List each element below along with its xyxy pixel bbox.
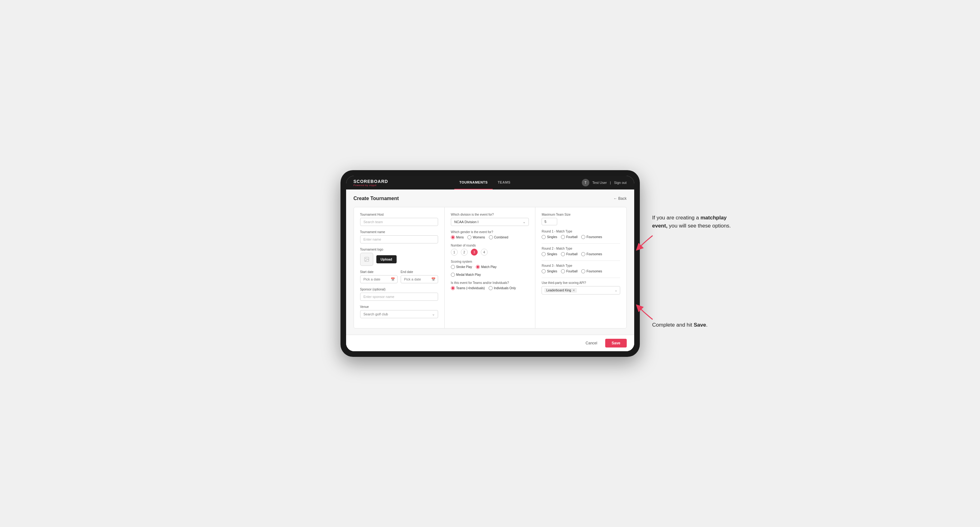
round3-radio-group: Singles Fourball Foursomes xyxy=(542,269,620,273)
end-date-group: End date xyxy=(401,270,438,283)
api-select-wrap[interactable]: Leaderboard King ✕ ⌄ xyxy=(542,286,620,295)
form-col-2: Which division is the event for? NCAA Di… xyxy=(445,207,535,328)
tournament-host-label: Tournament Host xyxy=(360,213,438,216)
divider-2 xyxy=(542,260,620,261)
round2-radio-group: Singles Fourball Foursomes xyxy=(542,252,620,256)
annotation-matchplay: If you are creating a matchplay event, y… xyxy=(652,214,733,230)
division-group: Which division is the event for? NCAA Di… xyxy=(451,213,529,226)
tablet-frame: SCOREBOARD Powered by clippit TOURNAMENT… xyxy=(340,170,640,357)
tournament-logo-group: Tournament logo xyxy=(360,248,438,266)
brand-powered: Powered by clippit xyxy=(353,184,388,187)
r3-fourball[interactable]: Fourball xyxy=(561,269,578,273)
tournament-name-label: Tournament name xyxy=(360,230,438,234)
sponsor-group: Sponsor (optional) xyxy=(360,288,438,301)
r3-foursomes[interactable]: Foursomes xyxy=(581,269,602,273)
annotation-save: Complete and hit Save. xyxy=(652,321,733,329)
venue-label: Venue xyxy=(360,305,438,308)
cancel-button[interactable]: Cancel xyxy=(581,339,602,348)
gender-radio-group: Mens Womens Combined xyxy=(451,235,529,239)
scoring-stroke[interactable]: Stroke Play xyxy=(451,265,472,269)
r1-foursomes[interactable]: Foursomes xyxy=(581,235,602,239)
teams-individuals-label: Is this event for Teams and/or Individua… xyxy=(451,281,529,284)
brand-name: SCOREBOARD xyxy=(353,179,388,184)
round3-label: Round 3 - Match Type xyxy=(542,264,620,267)
rounds-selector: 1 2 3 4 xyxy=(451,249,529,256)
tournament-name-input[interactable] xyxy=(360,235,438,243)
divider-3 xyxy=(542,278,620,278)
divider-1 xyxy=(542,243,620,244)
teams-individuals-group: Is this event for Teams and/or Individua… xyxy=(451,281,529,290)
user-area: T Test User | Sign out xyxy=(582,179,627,186)
round3-match-type-section: Round 3 - Match Type Singles Fourball xyxy=(542,264,620,273)
teams-radio-group: Teams (+Individuals) Individuals Only xyxy=(451,286,529,290)
round1-match-type-section: Round 1 - Match Type Singles Fourball xyxy=(542,230,620,239)
venue-input[interactable] xyxy=(360,310,438,318)
form-col-3: Maximum Team Size Round 1 - Match Type S… xyxy=(535,207,626,328)
start-date-group: Start date xyxy=(360,270,398,283)
max-team-size-label: Maximum Team Size xyxy=(542,213,620,216)
api-tag: Leaderboard King ✕ xyxy=(544,288,577,293)
avatar: T xyxy=(582,179,589,186)
svg-point-1 xyxy=(366,258,366,259)
r2-foursomes[interactable]: Foursomes xyxy=(581,252,602,256)
nav-teams[interactable]: TEAMS xyxy=(493,176,515,189)
sponsor-input[interactable] xyxy=(360,293,438,301)
api-tag-remove[interactable]: ✕ xyxy=(573,289,575,292)
max-team-size-input[interactable] xyxy=(542,218,557,225)
scoring-group: Scoring system Stroke Play Match Play xyxy=(451,260,529,277)
start-date-wrap xyxy=(360,275,398,283)
venue-group: Venue xyxy=(360,305,438,318)
form-col-1: Tournament Host Tournament name Tourname… xyxy=(354,207,445,328)
gender-mens[interactable]: Mens xyxy=(451,235,464,239)
gender-label: Which gender is the event for? xyxy=(451,230,529,234)
round2-match-type-section: Round 2 - Match Type Singles Fourball xyxy=(542,247,620,256)
option-teams[interactable]: Teams (+Individuals) xyxy=(451,286,485,290)
round-btn-4[interactable]: 4 xyxy=(481,249,488,256)
tournament-host-input[interactable] xyxy=(360,218,438,226)
tournament-logo-label: Tournament logo xyxy=(360,248,438,251)
round-btn-1[interactable]: 1 xyxy=(451,249,458,256)
r1-singles[interactable]: Singles xyxy=(542,235,557,239)
third-party-api-label: Use third-party live scoring API? xyxy=(542,281,620,284)
form-grid: Tournament Host Tournament name Tourname… xyxy=(353,207,627,329)
start-date-input[interactable] xyxy=(360,275,398,283)
r3-singles[interactable]: Singles xyxy=(542,269,557,273)
end-date-wrap xyxy=(401,275,438,283)
user-name: Test User xyxy=(592,181,607,184)
max-team-size-group: Maximum Team Size xyxy=(542,213,620,225)
upload-button[interactable]: Upload xyxy=(376,255,397,264)
date-row: Start date End date xyxy=(360,270,438,283)
end-date-input[interactable] xyxy=(401,275,438,283)
scoring-medal[interactable]: Medal Match Play xyxy=(451,273,481,277)
third-party-api-group: Use third-party live scoring API? Leader… xyxy=(542,281,620,295)
round-btn-2[interactable]: 2 xyxy=(461,249,468,256)
logo-upload-area: Upload xyxy=(360,253,438,266)
page-title-row: Create Tournament ← Back xyxy=(353,196,627,201)
back-link[interactable]: ← Back xyxy=(613,196,627,201)
api-dropdown-arrow-icon[interactable]: ⌄ xyxy=(614,288,617,292)
rounds-label: Number of rounds xyxy=(451,244,529,247)
gender-combined[interactable]: Combined xyxy=(489,235,509,239)
r2-fourball[interactable]: Fourball xyxy=(561,252,578,256)
r1-fourball[interactable]: Fourball xyxy=(561,235,578,239)
sign-out-link[interactable]: Sign out xyxy=(614,181,627,184)
scoring-match[interactable]: Match Play xyxy=(476,265,496,269)
gender-group: Which gender is the event for? Mens Wome… xyxy=(451,230,529,239)
rounds-group: Number of rounds 1 2 3 4 xyxy=(451,244,529,256)
save-button[interactable]: Save xyxy=(605,339,627,348)
app-body: Create Tournament ← Back Tournament Host xyxy=(346,189,634,351)
option-individuals[interactable]: Individuals Only xyxy=(488,286,516,290)
scoring-radio-group: Stroke Play Match Play Medal Match Play xyxy=(451,265,529,277)
nav-tournaments[interactable]: TOURNAMENTS xyxy=(454,176,493,189)
start-date-label: Start date xyxy=(360,270,398,274)
tablet-screen: SCOREBOARD Powered by clippit TOURNAMENT… xyxy=(346,176,634,351)
r2-singles[interactable]: Singles xyxy=(542,252,557,256)
venue-input-wrap xyxy=(360,310,438,318)
brand: SCOREBOARD Powered by clippit xyxy=(353,179,388,187)
logo-placeholder xyxy=(360,253,373,266)
gender-womens[interactable]: Womens xyxy=(468,235,485,239)
tournament-name-group: Tournament name xyxy=(360,230,438,243)
round1-radio-group: Singles Fourball Foursomes xyxy=(542,235,620,239)
round-btn-3[interactable]: 3 xyxy=(471,249,478,256)
division-select[interactable]: NCAA Division I NCAA Division II NCAA Di… xyxy=(451,218,529,226)
